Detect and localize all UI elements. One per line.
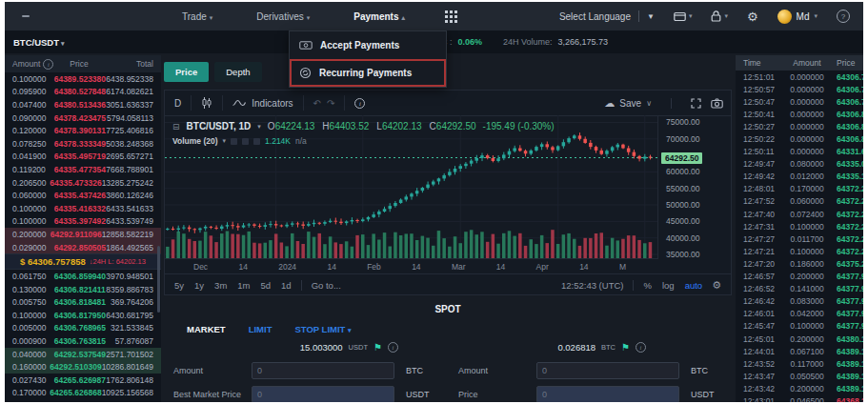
trade-row[interactable]: 12:49:47 0.080000 64335.086890	[736, 158, 863, 171]
scrollbar-thumb[interactable]	[157, 246, 160, 313]
menu-item-recurring-payments[interactable]: Recurring Payments	[290, 59, 446, 87]
menu-payments[interactable]: Payments▴	[353, 11, 405, 22]
ask-row[interactable]: 0.060000 64335.437426 3860.126246	[5, 189, 161, 202]
menu-derivatives[interactable]: Derivatives▾	[256, 11, 310, 22]
flag-icon[interactable]: ⚑	[373, 343, 382, 353]
security-menu[interactable]: ▾	[711, 10, 728, 22]
indicators-button[interactable]: Indicators	[223, 95, 303, 111]
chevron-down-icon[interactable]: ▾	[223, 137, 227, 145]
scale-button[interactable]: log	[662, 280, 675, 291]
ask-row[interactable]: 0.206500 64335.473326 13285.275242	[5, 176, 161, 190]
ask-row[interactable]: 0.119200 64335.477354 7668.788901	[5, 163, 161, 176]
trade-row[interactable]: 12:46:52 0.141000 64377.961938	[736, 283, 863, 295]
price-axis[interactable]: 75000.0070000.0060000.0055000.0050000.00…	[657, 115, 731, 258]
trade-row[interactable]: 12:46:42 0.083000 64377.970800	[736, 295, 863, 308]
bid-row[interactable]: 0.005000 64306.768965 321.533845	[5, 322, 161, 335]
tab-stop-limit[interactable]: STOP LIMIT ▾	[294, 324, 351, 334]
redo-icon[interactable]: ↷	[327, 98, 334, 109]
clock[interactable]: 12:52:43 (UTC)	[561, 280, 623, 291]
scale-button[interactable]: auto	[685, 280, 703, 291]
tab-depth[interactable]: Depth	[214, 62, 261, 82]
wallet-menu[interactable]: ▾	[674, 11, 693, 22]
range-button[interactable]: 5d	[261, 280, 272, 291]
apps-grid-icon[interactable]	[445, 10, 457, 23]
order-input[interactable]	[536, 362, 679, 379]
trade-row[interactable]: 12:47:31 0.100000 64372.249891	[736, 220, 863, 232]
last-price-bar[interactable]: $ 64306.757858 ↓24H L: 64202.13	[5, 253, 161, 270]
order-input[interactable]	[252, 362, 394, 379]
tab-price[interactable]: Price	[164, 62, 209, 82]
info-icon[interactable]: i	[388, 342, 398, 353]
trade-row[interactable]: 12:46:57 0.200000 64377.937500	[736, 271, 863, 283]
bid-row[interactable]: 0.100000 64306.817950 6430.681795	[5, 309, 161, 322]
trade-row[interactable]: 12:50:47 0.000000 64306.789952	[736, 95, 863, 108]
bid-row[interactable]: 0.000900 64306.763815 57.876087	[5, 334, 161, 348]
range-button[interactable]: 5y	[174, 280, 184, 291]
help-icon[interactable]: ?	[837, 10, 850, 23]
trade-row[interactable]: 12:43:47 0.050500 64389.183330	[736, 370, 863, 382]
candle-style-button[interactable]	[192, 95, 223, 111]
bid-row[interactable]: 0.130000 64306.821411 8359.886783	[5, 283, 161, 296]
flag-icon[interactable]: ⚑	[621, 343, 630, 353]
trade-row[interactable]: 12:46:01 0.042000 64377.986400	[736, 308, 863, 320]
trade-row[interactable]: 12:45:01 0.200000 64380.153929	[736, 333, 863, 345]
save-layout-button[interactable]: ☁ Save ∨	[604, 97, 652, 110]
menu-item-accept-payments[interactable]: Accept Payments	[290, 31, 446, 59]
trade-row[interactable]: 12:47:21 0.100000 64372.250069	[736, 245, 863, 257]
order-input[interactable]	[252, 386, 394, 402]
fullscreen-icon[interactable]	[691, 98, 701, 109]
user-menu[interactable]: Md ▾	[777, 10, 818, 24]
trade-row[interactable]: 12:47:52 0.060000 64372.241761	[736, 195, 863, 208]
bid-row[interactable]: 0.160000 64292.510309 10286.801649	[5, 360, 161, 374]
settings-icon[interactable]	[242, 138, 249, 145]
ask-row[interactable]: 0.100000 64335.397492 6433.539749	[5, 215, 161, 229]
ask-row[interactable]: 0.095900 64380.527848 6174.082621	[5, 86, 161, 99]
chevron-down-icon[interactable]: ▾	[257, 123, 261, 131]
trade-row[interactable]: 12:48:01 0.170000 64372.211787	[736, 183, 863, 195]
ask-row[interactable]: 0.200000 64292.911096 12858.582219	[5, 228, 161, 241]
trade-row[interactable]: 12:50:27 0.000000 64306.818481	[736, 120, 863, 132]
chart-plot[interactable]: ⊟ BTC/USDT, 1D ▾ O64224.13H64403.52L6420…	[165, 115, 658, 258]
bid-row[interactable]: 0.061750 64306.859940 3970.948501	[5, 270, 161, 283]
date-axis[interactable]: Dec14202414Feb14Mar14Apr14M	[165, 258, 658, 274]
undo-icon[interactable]: ↶	[313, 98, 321, 109]
tab-market[interactable]: MARKET	[187, 324, 226, 334]
interval-button[interactable]: D	[165, 95, 192, 111]
trade-row[interactable]: 12:50:41 0.000000 64306.818481	[736, 108, 863, 120]
collapse-icon[interactable]: ⊟	[172, 122, 180, 131]
settings-gear-icon[interactable]: ⚙	[747, 10, 758, 23]
trade-row[interactable]: 12:47:27 0.011700 64372.249898	[736, 232, 863, 245]
range-button[interactable]: 1d	[281, 280, 292, 291]
ask-row[interactable]: 0.100000 64389.523380 6438.952338	[5, 72, 161, 86]
axis-settings-gear-icon[interactable]: ⚙	[712, 279, 721, 292]
trade-row[interactable]: 12:43:52 0.117000 64389.175200	[736, 357, 863, 370]
ask-row[interactable]: 0.090000 64378.423475 5794.058113	[5, 111, 161, 125]
ask-row[interactable]: 0.041900 64335.495719 2695.657271	[5, 151, 161, 164]
goto-button[interactable]: Go to...	[312, 280, 341, 291]
info-icon[interactable]: i	[43, 59, 53, 70]
screenshot-camera-icon[interactable]	[711, 98, 723, 109]
close-icon[interactable]	[253, 138, 260, 145]
chart-info-button[interactable]: i	[345, 95, 374, 111]
bid-row[interactable]: 0.121870 64256.096289 7830.890455	[5, 399, 161, 402]
ask-row[interactable]: 0.120000 64378.390131 7725.406816	[5, 124, 161, 137]
info-icon[interactable]: i	[636, 342, 646, 353]
ask-row[interactable]: 0.047400 64380.513436 3051.636337	[5, 98, 161, 111]
language-selector[interactable]: Select Language ▼	[559, 10, 655, 22]
bid-row[interactable]: 0.005750 64306.818481 369.764206	[5, 296, 161, 310]
trade-row[interactable]: 12:50:11 0.000000 64331.620589	[736, 146, 863, 158]
eye-icon[interactable]	[231, 138, 237, 145]
trade-row[interactable]: 12:47:40 0.072400 64372.241917	[736, 208, 863, 220]
bid-row[interactable]: 0.027430 64265.626987 1762.806148	[5, 374, 161, 387]
ask-row[interactable]: 0.100000 64335.416332 6433.541633	[5, 202, 161, 215]
range-button[interactable]: 1y	[194, 280, 204, 291]
bid-row[interactable]: 0.040000 64292.537549 2571.701502	[5, 348, 161, 361]
trade-row[interactable]: 12:44:01 0.067100 64389.174500	[736, 345, 863, 357]
trade-row[interactable]: 12:50:22 0.000000 64306.833186	[736, 132, 863, 145]
pair-selector[interactable]: BTC/USDT▾	[13, 37, 65, 48]
trade-row[interactable]: 12:51:01 0.000000 64306.757858	[736, 71, 863, 83]
trade-row[interactable]: 12:50:57 0.000000 64306.757858	[736, 83, 863, 95]
bid-row[interactable]: 0.170000 64265.626868 10925.156568	[5, 387, 161, 400]
ask-row[interactable]: 0.029000 64292.850505 1864.492565	[5, 241, 161, 254]
range-button[interactable]: 1m	[237, 280, 250, 291]
